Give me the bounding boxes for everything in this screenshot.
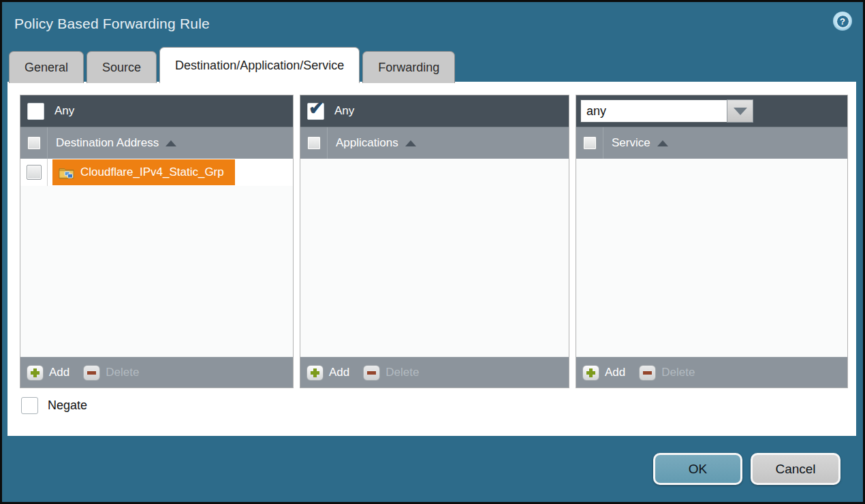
applications-any-label: Any	[334, 104, 354, 118]
destination-header-label-wrap: Destination Address	[56, 136, 176, 150]
delete-icon	[83, 365, 100, 381]
destination-selectall-cell	[20, 127, 48, 159]
row-checkbox-cell	[20, 159, 48, 186]
sort-ascending-icon[interactable]	[405, 140, 416, 146]
tab-content-panel: Any Destination Address	[7, 82, 856, 436]
delete-icon	[363, 365, 380, 381]
tab-general-label: General	[25, 61, 68, 75]
service-header-label: Service	[612, 136, 650, 150]
policy-based-forwarding-dialog: Policy Based Forwarding Rule ? General S…	[0, 0, 865, 504]
ok-button[interactable]: OK	[653, 453, 742, 485]
cancel-button-label: Cancel	[775, 462, 815, 477]
delete-label: Delete	[106, 366, 139, 379]
service-footer: Add Delete	[576, 357, 847, 388]
destination-selectall-checkbox[interactable]	[27, 136, 41, 150]
tab-source[interactable]: Source	[86, 51, 157, 83]
destination-delete-button[interactable]: Delete	[83, 365, 139, 381]
question-mark-glyph: ?	[836, 15, 849, 28]
add-label: Add	[49, 366, 69, 379]
address-group-icon	[59, 166, 74, 179]
destination-any-label: Any	[54, 104, 74, 118]
address-group-item[interactable]: Cloudflare_IPv4_Static_Grp	[52, 159, 235, 185]
applications-any-bar: Any	[300, 95, 569, 127]
negate-checkbox[interactable]	[21, 397, 38, 414]
service-list	[576, 159, 847, 357]
applications-header-label: Applications	[336, 136, 398, 150]
help-icon[interactable]: ?	[833, 12, 852, 31]
applications-selectall-cell	[300, 127, 328, 159]
sort-ascending-icon[interactable]	[166, 140, 176, 146]
service-dropdown-input[interactable]	[580, 99, 727, 123]
destination-column-header[interactable]: Destination Address	[20, 127, 293, 159]
ok-button-label: OK	[689, 462, 707, 477]
destination-header-label: Destination Address	[56, 136, 159, 150]
chevron-down-icon	[734, 108, 747, 115]
address-group-name: Cloudflare_IPv4_Static_Grp	[80, 166, 224, 179]
tab-general[interactable]: General	[9, 51, 84, 83]
tab-bar: General Source Destination/Application/S…	[9, 47, 455, 83]
applications-header-label-wrap: Applications	[336, 136, 416, 150]
applications-footer: Add Delete	[300, 357, 569, 388]
dialog-title: Policy Based Forwarding Rule	[14, 16, 210, 32]
add-icon	[306, 365, 324, 381]
add-icon	[27, 365, 44, 381]
delete-label: Delete	[386, 366, 419, 379]
cancel-button[interactable]: Cancel	[751, 453, 840, 485]
delete-label: Delete	[661, 366, 695, 379]
tab-destination-label: Destination/Application/Service	[175, 59, 344, 73]
row-checkbox[interactable]	[27, 165, 42, 180]
negate-option: Negate	[21, 397, 87, 414]
service-column: Service Add Delete	[576, 95, 848, 388]
selection-columns: Any Destination Address	[20, 95, 848, 388]
applications-column-header[interactable]: Applications	[300, 127, 569, 159]
applications-any-checkbox[interactable]	[307, 103, 324, 120]
service-column-header[interactable]: Service	[576, 127, 847, 159]
title-bar: Policy Based Forwarding Rule ?	[2, 2, 863, 46]
service-header-label-wrap: Service	[612, 136, 668, 150]
applications-selectall-checkbox[interactable]	[307, 136, 321, 150]
service-selectall-checkbox[interactable]	[583, 136, 597, 150]
destination-add-button[interactable]: Add	[27, 365, 69, 381]
table-row[interactable]: Cloudflare_IPv4_Static_Grp	[20, 159, 293, 186]
tab-source-label: Source	[102, 61, 141, 75]
service-dropdown-button[interactable]	[727, 99, 753, 123]
destination-footer: Add Delete	[20, 357, 293, 388]
add-label: Add	[605, 366, 625, 379]
delete-icon	[639, 365, 656, 381]
destination-any-bar: Any	[20, 95, 293, 127]
applications-add-button[interactable]: Add	[306, 365, 349, 381]
applications-delete-button[interactable]: Delete	[363, 365, 419, 381]
add-icon	[582, 365, 599, 381]
applications-column: Any Applications Add	[300, 95, 569, 388]
service-delete-button[interactable]: Delete	[639, 365, 695, 381]
tab-destination-application-service[interactable]: Destination/Application/Service	[159, 47, 360, 83]
tab-forwarding[interactable]: Forwarding	[362, 51, 455, 83]
sort-ascending-icon[interactable]	[657, 140, 668, 146]
negate-label: Negate	[48, 398, 87, 413]
applications-list	[300, 159, 569, 357]
service-add-button[interactable]: Add	[582, 365, 625, 381]
add-label: Add	[329, 366, 349, 379]
service-dropdown	[580, 99, 753, 123]
tab-forwarding-label: Forwarding	[378, 61, 439, 75]
destination-any-checkbox[interactable]	[27, 103, 44, 120]
service-dropdown-bar	[576, 95, 847, 127]
service-selectall-cell	[576, 127, 603, 159]
destination-list: Cloudflare_IPv4_Static_Grp	[20, 159, 293, 357]
destination-address-column: Any Destination Address	[20, 95, 294, 388]
